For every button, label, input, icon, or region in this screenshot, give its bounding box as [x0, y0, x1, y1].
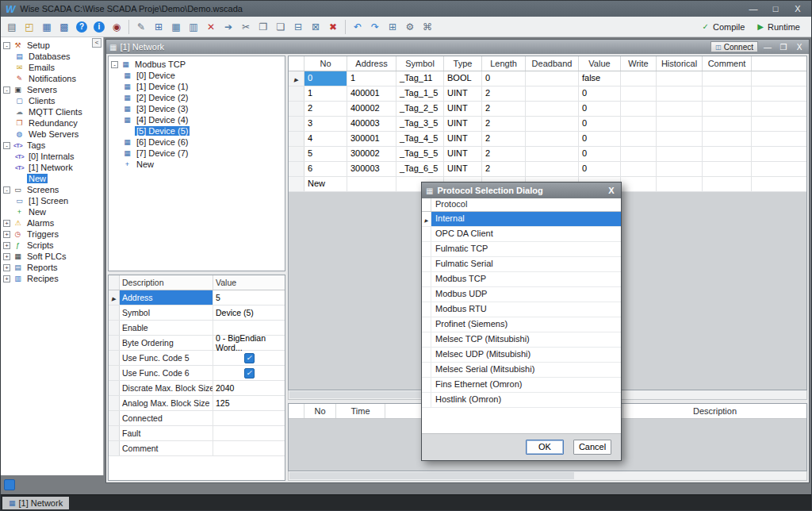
- tree-expander[interactable]: [3, 186, 10, 194]
- cell-historical[interactable]: [657, 162, 703, 176]
- protocol-name[interactable]: Modbus TCP: [431, 272, 621, 286]
- statusbar-tab-network[interactable]: ▦ [1] Network: [2, 497, 69, 509]
- column-header-deadband[interactable]: Deadband: [526, 56, 579, 71]
- cell-write[interactable]: [621, 132, 657, 146]
- cell-type[interactable]: BOOL: [444, 71, 482, 86]
- cell-value[interactable]: 0: [579, 147, 621, 161]
- network-topology-button[interactable]: ⌘: [419, 19, 435, 35]
- tag-row-3[interactable]: 3400003_Tag_3_5UINT20: [289, 117, 806, 132]
- cell-comment[interactable]: [703, 71, 752, 86]
- cell-value[interactable]: 0: [579, 132, 621, 146]
- settings-button[interactable]: ⚙: [402, 19, 418, 35]
- cell-comment[interactable]: [703, 86, 752, 101]
- cell-symbol[interactable]: _Tag_5_5: [396, 147, 444, 161]
- column-header-write[interactable]: Write: [621, 56, 657, 71]
- runtime-button[interactable]: ▶ Runtime: [757, 22, 800, 32]
- cell-symbol[interactable]: _Tag_6_5: [396, 162, 444, 176]
- cell-no[interactable]: 5: [304, 147, 347, 161]
- cell-empty[interactable]: [621, 177, 657, 191]
- sidebar-item-emails[interactable]: ✉Emails: [3, 62, 103, 73]
- cell-address[interactable]: 300003: [347, 162, 396, 176]
- property-row-address[interactable]: Address5: [109, 290, 285, 305]
- column-header-comment[interactable]: Comment: [703, 56, 752, 71]
- column-header-time[interactable]: Time: [336, 404, 385, 418]
- property-row-connected[interactable]: Connected: [109, 411, 285, 426]
- property-value[interactable]: 125: [213, 396, 285, 410]
- sidebar-item-tags-new[interactable]: +New: [3, 173, 103, 184]
- cell-historical[interactable]: [657, 117, 703, 131]
- protocol-row-modbus-rtu[interactable]: Modbus RTU: [422, 302, 621, 317]
- about-button[interactable]: i: [94, 21, 105, 33]
- cell-deadband[interactable]: [526, 71, 579, 86]
- property-value[interactable]: Device (5): [213, 305, 285, 320]
- checkbox-checked-icon[interactable]: [244, 353, 255, 363]
- cell-type[interactable]: UINT: [444, 132, 482, 146]
- protocol-name[interactable]: OPC DA Client: [431, 227, 621, 241]
- sidebar-item-reports[interactable]: ▤Reports: [3, 262, 103, 273]
- protocol-row-melsec-serial[interactable]: Melsec Serial (Mitsubishi): [422, 363, 621, 378]
- sidebar-item-web-servers[interactable]: ◍Web Servers: [3, 129, 103, 140]
- delete-item-button[interactable]: ✕: [203, 19, 219, 35]
- device-item-3[interactable]: ▦[3] Device (3): [111, 103, 285, 114]
- property-row-symbol[interactable]: SymbolDevice (5): [109, 305, 285, 321]
- protocol-row-fins-ethernet[interactable]: Fins Ethernet (Omron): [422, 378, 621, 393]
- cell-comment[interactable]: [703, 162, 752, 176]
- property-row-discrete-block[interactable]: Discrate Max. Block Size2040: [109, 381, 285, 396]
- tree-expander[interactable]: [3, 242, 10, 249]
- cell-write[interactable]: [621, 162, 657, 176]
- exit-button[interactable]: ◉: [109, 19, 124, 35]
- cell-address[interactable]: 300001: [347, 132, 396, 146]
- cell-address[interactable]: 400002: [347, 102, 396, 116]
- cell-value[interactable]: 0: [579, 117, 621, 131]
- protocol-row-opc-da[interactable]: OPC DA Client: [422, 227, 621, 242]
- property-value[interactable]: 5: [213, 290, 285, 305]
- sidebar-item-screens[interactable]: ▭Screens: [3, 184, 103, 195]
- property-row-analog-block[interactable]: Analog Max. Block Size125: [109, 396, 285, 411]
- column-header-value[interactable]: Value: [213, 275, 285, 290]
- property-value[interactable]: [213, 366, 285, 380]
- connect-button[interactable]: ◫ Connect: [710, 41, 758, 52]
- cell-symbol[interactable]: _Tag_3_5: [396, 117, 444, 131]
- sidebar-item-scripts[interactable]: ƒScripts: [3, 240, 103, 251]
- cell-no[interactable]: 1: [304, 86, 347, 101]
- paste-button[interactable]: ❏: [273, 19, 289, 35]
- tree-expander[interactable]: [111, 61, 118, 68]
- cell-write[interactable]: [621, 102, 657, 116]
- protocol-row-hostlink[interactable]: Hostlink (Omron): [422, 393, 621, 408]
- cell-no[interactable]: 4: [304, 132, 347, 146]
- cell-type[interactable]: UINT: [444, 147, 482, 161]
- cut-button[interactable]: ✂: [238, 19, 254, 35]
- cell-symbol[interactable]: _Tag_1_5: [396, 86, 444, 101]
- tree-expander[interactable]: [3, 220, 10, 227]
- column-header-protocol[interactable]: Protocol: [431, 198, 621, 211]
- protocol-name[interactable]: Hostlink (Omron): [431, 393, 621, 407]
- column-header-length[interactable]: Length: [482, 56, 526, 71]
- cell-length[interactable]: 0: [482, 71, 526, 86]
- sidebar-item-triggers[interactable]: ◷Triggers: [3, 229, 103, 240]
- device-item-5[interactable]: ▦[5] Device (5): [111, 125, 285, 136]
- protocol-name[interactable]: Modbus UDP: [431, 287, 621, 302]
- column-header-description[interactable]: Description: [120, 275, 213, 290]
- device-item-4[interactable]: ▦[4] Device (4): [111, 114, 285, 125]
- property-value[interactable]: 2040: [213, 381, 285, 395]
- cell-write[interactable]: [621, 86, 657, 101]
- close-button[interactable]: X: [789, 4, 806, 13]
- sidebar-item-clients[interactable]: ▢Clients: [3, 95, 103, 106]
- horizontal-scrollbar[interactable]: [288, 471, 807, 481]
- cell-type[interactable]: UINT: [444, 86, 482, 101]
- cell-deadband[interactable]: [526, 132, 579, 146]
- cell-comment[interactable]: [703, 117, 752, 131]
- protocol-name[interactable]: Fulmatic Serial: [431, 257, 621, 271]
- cell-value[interactable]: false: [579, 71, 621, 86]
- cell-new[interactable]: New: [304, 177, 347, 191]
- sidebar-item-soft-plcs[interactable]: ▦Soft PLCs: [3, 251, 103, 262]
- tree-expander[interactable]: [3, 42, 10, 49]
- sidebar-collapse-button[interactable]: <: [92, 38, 102, 48]
- column-header-address[interactable]: Address: [347, 56, 396, 71]
- cell-historical[interactable]: [657, 132, 703, 146]
- column-header-no[interactable]: No: [304, 404, 336, 418]
- merge-cells-button[interactable]: ⊟: [290, 19, 306, 35]
- export-table-button[interactable]: ➔: [220, 19, 236, 35]
- cell-deadband[interactable]: [526, 147, 579, 161]
- undo-button[interactable]: ↶: [350, 19, 366, 35]
